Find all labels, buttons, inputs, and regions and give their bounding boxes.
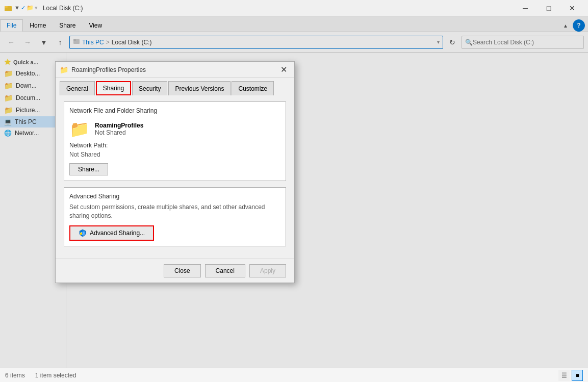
item-count: 6 items xyxy=(5,372,25,379)
title-bar: ▼ ✓ 📁 ▾ Local Disk (C:) ─ □ ✕ xyxy=(0,0,588,16)
minimize-button[interactable]: ─ xyxy=(514,0,537,16)
window-controls: ─ □ ✕ xyxy=(514,0,584,16)
dialog-body: Network File and Folder Sharing 📁 Roamin… xyxy=(56,95,294,259)
status-bar: 6 items 1 item selected ☰ ■ xyxy=(0,368,588,382)
dialog-tabs: General Sharing Security Previous Versio… xyxy=(56,78,294,95)
folder-name: RoamingProfiles xyxy=(95,122,143,129)
shield-icon: U xyxy=(79,229,87,237)
advanced-sharing-button[interactable]: U Advanced Sharing... xyxy=(69,225,154,241)
view-controls: ☰ ■ xyxy=(558,370,583,381)
dialog-tab-general[interactable]: General xyxy=(60,81,95,95)
svg-rect-1 xyxy=(5,6,8,8)
advanced-sharing-title: Advanced Sharing xyxy=(69,193,280,200)
svg-rect-16 xyxy=(82,232,85,235)
advanced-sharing-label: Advanced Sharing... xyxy=(90,230,145,237)
window-title: Local Disk (C:) xyxy=(43,5,514,12)
network-sharing-title: Network File and Folder Sharing xyxy=(69,107,280,114)
network-sharing-section: Network File and Folder Sharing 📁 Roamin… xyxy=(64,101,286,181)
dialog-title-bar: 📁 RoamingProfiles Properties ✕ xyxy=(56,62,294,78)
dialog-apply-button[interactable]: Apply xyxy=(249,264,286,277)
dialog-close-button[interactable]: ✕ xyxy=(277,63,290,77)
network-path-label: Network Path: xyxy=(69,142,280,149)
advanced-sharing-desc: Set custom permissions, create multiple … xyxy=(69,203,280,220)
share-button[interactable]: Share... xyxy=(69,163,108,175)
folder-status: Not Shared xyxy=(95,129,143,136)
properties-dialog: 📁 RoamingProfiles Properties ✕ General S… xyxy=(55,61,295,283)
network-path-value: Not Shared xyxy=(69,151,280,158)
dialog-folder-icon: 📁 xyxy=(60,66,68,74)
svg-rect-15 xyxy=(80,233,82,235)
dialog-close-footer-button[interactable]: Close xyxy=(164,264,201,277)
advanced-sharing-section: Advanced Sharing Set custom permissions,… xyxy=(64,187,286,246)
dialog-tab-security[interactable]: Security xyxy=(132,81,167,95)
folder-info: RoamingProfiles Not Shared xyxy=(95,122,143,136)
app-icon xyxy=(4,4,12,12)
selection-status: 1 item selected xyxy=(35,372,76,379)
list-view-button[interactable]: ☰ xyxy=(558,370,570,381)
dialog-tab-customize[interactable]: Customize xyxy=(232,81,274,95)
large-icons-view-button[interactable]: ■ xyxy=(572,370,583,381)
quick-access-icons: ▼ ✓ 📁 ▾ xyxy=(14,5,38,11)
dialog-tab-sharing[interactable]: Sharing xyxy=(96,81,131,95)
close-button[interactable]: ✕ xyxy=(560,0,584,16)
folder-info-row: 📁 RoamingProfiles Not Shared xyxy=(69,119,280,139)
dialog-footer: Close Cancel Apply xyxy=(56,259,294,283)
dialog-title: RoamingProfiles Properties xyxy=(71,66,277,73)
maximize-button[interactable]: □ xyxy=(537,0,560,16)
network-folder-icon: 📁 xyxy=(69,119,90,139)
dialog-tab-previous-versions[interactable]: Previous Versions xyxy=(168,81,231,95)
dialog-cancel-button[interactable]: Cancel xyxy=(205,264,245,277)
